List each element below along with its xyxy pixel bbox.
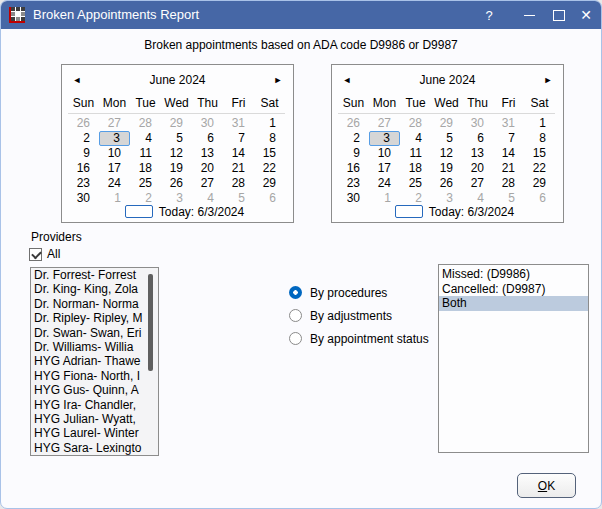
day-cell[interactable]: 28 (400, 116, 431, 131)
radio-option-row[interactable]: By adjustments (289, 309, 429, 322)
day-cell[interactable]: 7 (493, 131, 524, 146)
day-cell[interactable]: 15 (254, 146, 285, 161)
day-cell[interactable]: 19 (431, 161, 462, 176)
day-cell[interactable]: 11 (130, 146, 161, 161)
today-link[interactable]: Today: 6/3/2024 (76, 204, 293, 219)
day-cell[interactable]: 12 (431, 146, 462, 161)
day-cell[interactable]: 9 (338, 146, 369, 161)
status-option[interactable]: Missed: (D9986) (439, 267, 588, 282)
day-cell[interactable]: 2 (68, 131, 99, 146)
provider-list-item[interactable]: HYG Fiona- North, I (31, 369, 158, 383)
today-link[interactable]: Today: 6/3/2024 (346, 204, 563, 219)
day-cell[interactable]: 27 (99, 116, 130, 131)
providers-list[interactable]: Dr. Forrest- ForrestDr. King- King, Zola… (30, 267, 159, 456)
close-button[interactable]: ✕ (571, 1, 601, 29)
provider-list-item[interactable]: Dr. Ripley- Ripley, M (31, 311, 158, 325)
day-cell[interactable]: 18 (130, 161, 161, 176)
day-cell[interactable]: 30 (192, 116, 223, 131)
provider-list-item[interactable]: HYG Sara- Lexingto (31, 441, 158, 455)
day-cell[interactable]: 16 (68, 161, 99, 176)
day-cell[interactable]: 23 (338, 176, 369, 191)
provider-list-item[interactable]: Dr. Swan- Swan, Eri (31, 326, 158, 340)
day-cell[interactable]: 27 (192, 176, 223, 191)
next-month-button[interactable]: ► (541, 72, 555, 88)
radio-icon[interactable] (289, 309, 302, 322)
providers-scrollbar[interactable] (145, 269, 157, 454)
month-year-label[interactable]: June 2024 (68, 72, 287, 88)
status-option[interactable]: Both (439, 296, 588, 311)
day-cell[interactable]: 25 (400, 176, 431, 191)
day-cell[interactable]: 21 (223, 161, 254, 176)
help-button[interactable]: ? (474, 1, 504, 29)
provider-list-item[interactable]: HYG Julian- Wyatt, (31, 412, 158, 426)
day-cell[interactable]: 7 (223, 131, 254, 146)
day-cell[interactable]: 8 (254, 131, 285, 146)
day-cell[interactable]: 25 (130, 176, 161, 191)
day-cell[interactable]: 14 (493, 146, 524, 161)
day-cell[interactable]: 24 (99, 176, 130, 191)
day-cell[interactable]: 13 (192, 146, 223, 161)
day-cell[interactable]: 5 (431, 131, 462, 146)
title-bar[interactable]: Broken Appointments Report ? ✕ (1, 1, 601, 29)
day-cell[interactable]: 5 (161, 131, 192, 146)
day-cell[interactable]: 29 (524, 176, 555, 191)
provider-list-item[interactable]: HYG Gus- Quinn, A (31, 383, 158, 397)
day-cell[interactable]: 22 (524, 161, 555, 176)
minimize-button[interactable] (514, 1, 544, 29)
day-cell[interactable]: 10 (99, 146, 130, 161)
day-cell[interactable]: 6 (462, 131, 493, 146)
day-cell[interactable]: 31 (493, 116, 524, 131)
day-cell[interactable]: 20 (192, 161, 223, 176)
day-cell[interactable]: 28 (130, 116, 161, 131)
day-cell[interactable]: 23 (68, 176, 99, 191)
day-cell[interactable]: 30 (462, 116, 493, 131)
day-cell[interactable]: 4 (400, 131, 431, 146)
day-cell[interactable]: 15 (524, 146, 555, 161)
day-cell[interactable]: 27 (369, 116, 400, 131)
all-checkbox[interactable] (29, 248, 42, 261)
radio-icon[interactable] (289, 286, 302, 299)
provider-list-item[interactable]: HYG Adrian- Thawe (31, 354, 158, 368)
day-cell[interactable]: 16 (338, 161, 369, 176)
radio-option-row[interactable]: By procedures (289, 286, 429, 299)
day-cell[interactable]: 21 (493, 161, 524, 176)
day-cell[interactable]: 1 (254, 116, 285, 131)
day-cell[interactable]: 28 (493, 176, 524, 191)
provider-list-item[interactable]: Dr. Forrest- Forrest (31, 268, 158, 282)
day-cell[interactable]: 12 (161, 146, 192, 161)
provider-list-item[interactable]: HYG Ira- Chandler, (31, 398, 158, 412)
day-cell[interactable]: 6 (192, 131, 223, 146)
day-cell[interactable]: 29 (161, 116, 192, 131)
month-year-label[interactable]: June 2024 (338, 72, 557, 88)
day-cell[interactable]: 20 (462, 161, 493, 176)
day-cell[interactable]: 26 (68, 116, 99, 131)
day-cell[interactable]: 9 (68, 146, 99, 161)
provider-list-item[interactable]: Dr. King- King, Zola (31, 282, 158, 296)
day-cell[interactable]: 27 (462, 176, 493, 191)
radio-option-row[interactable]: By appointment status (289, 332, 429, 345)
day-cell[interactable]: 1 (524, 116, 555, 131)
day-cell[interactable]: 11 (400, 146, 431, 161)
day-cell[interactable]: 26 (161, 176, 192, 191)
day-cell[interactable]: 24 (369, 176, 400, 191)
day-cell[interactable]: 4 (130, 131, 161, 146)
next-month-button[interactable]: ► (271, 72, 285, 88)
day-cell[interactable]: 17 (99, 161, 130, 176)
day-cell[interactable]: 10 (369, 146, 400, 161)
day-cell[interactable]: 19 (161, 161, 192, 176)
day-cell[interactable]: 22 (254, 161, 285, 176)
scrollbar-thumb[interactable] (148, 274, 153, 371)
day-cell[interactable]: 31 (223, 116, 254, 131)
selected-day-cell[interactable]: 3 (99, 131, 130, 146)
day-cell[interactable]: 8 (524, 131, 555, 146)
day-cell[interactable]: 14 (223, 146, 254, 161)
maximize-button[interactable] (544, 1, 574, 29)
day-cell[interactable]: 29 (254, 176, 285, 191)
provider-list-item[interactable]: Dr. Williams- Willia (31, 340, 158, 354)
radio-icon[interactable] (289, 332, 302, 345)
day-cell[interactable]: 26 (431, 176, 462, 191)
day-cell[interactable]: 29 (431, 116, 462, 131)
day-cell[interactable]: 28 (223, 176, 254, 191)
provider-list-item[interactable]: HYG Laurel- Winter (31, 426, 158, 440)
ok-button[interactable]: OK (517, 473, 576, 498)
